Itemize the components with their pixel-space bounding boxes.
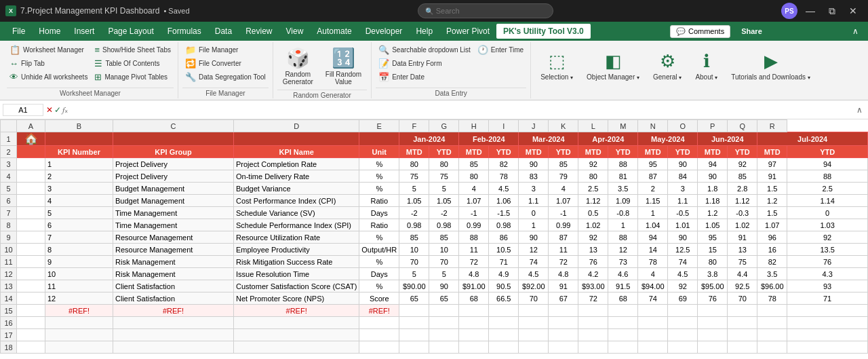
cell-15-1[interactable]: #REF! <box>45 305 113 317</box>
show-hide-sheets-button[interactable]: ≡ Show/Hide Sheet Tabs <box>92 43 174 56</box>
cell-12-2[interactable]: Risk Management <box>113 268 234 280</box>
cell-4-12[interactable]: 81 <box>608 170 638 183</box>
cell-4-5[interactable]: 75 <box>399 170 429 183</box>
cell-16-18[interactable] <box>787 317 868 329</box>
cell-11-14[interactable]: 74 <box>668 256 698 268</box>
cell-4-8[interactable]: 78 <box>489 170 519 183</box>
cell-12-11[interactable]: 4.2 <box>578 268 608 280</box>
cell-9-15[interactable]: 95 <box>698 231 728 244</box>
cell-8-3[interactable]: Schedule Performance Index (SPI) <box>234 219 359 231</box>
cell-11-2[interactable]: Risk Management <box>113 256 234 268</box>
cell-18-11[interactable] <box>578 341 608 354</box>
cell-16-7[interactable] <box>459 317 489 329</box>
cell-14-12[interactable]: 68 <box>608 292 638 305</box>
cell-2-10[interactable]: YTD <box>549 146 578 158</box>
cell-13-9[interactable]: $92.00 <box>519 280 549 292</box>
cell-13-17[interactable]: $96.00 <box>757 280 787 292</box>
cell-7-17[interactable]: 1.5 <box>757 207 787 219</box>
tab-help[interactable]: Help <box>409 24 439 39</box>
cell-7-8[interactable]: -1.5 <box>489 207 519 219</box>
cell-18-15[interactable] <box>698 341 728 354</box>
insert-function-icon[interactable]: 𝑓ₓ <box>62 105 68 115</box>
cell-15-16[interactable] <box>728 305 757 317</box>
cell-7-2[interactable]: Time Management <box>113 207 234 219</box>
tab-home[interactable]: Home <box>32 24 67 39</box>
cell-4-13[interactable]: 87 <box>638 170 668 183</box>
cell-14-10[interactable]: 67 <box>549 292 578 305</box>
cell-12-9[interactable]: 4.5 <box>519 268 549 280</box>
cell-15-9[interactable] <box>519 305 549 317</box>
tab-file[interactable]: File <box>5 24 32 39</box>
cell-7-16[interactable]: -0.3 <box>728 207 757 219</box>
search-box[interactable]: 🔍 <box>418 3 553 18</box>
cell-6-18[interactable]: 1.14 <box>787 195 868 207</box>
cell-5-18[interactable]: 2.5 <box>787 183 868 195</box>
cell-3-2[interactable]: Project Delivery <box>113 158 234 170</box>
cell-10-3[interactable]: Employee Productivity <box>234 244 359 256</box>
cell-10-18[interactable]: 13.5 <box>787 244 868 256</box>
cell-10-10[interactable]: 11 <box>549 244 578 256</box>
cell-7-7[interactable]: -1 <box>459 207 489 219</box>
cell-14-2[interactable]: Client Satisfaction <box>113 292 234 305</box>
cell-5-8[interactable]: 4.5 <box>489 183 519 195</box>
cell-5-12[interactable]: 3.5 <box>608 183 638 195</box>
cell-6-10[interactable]: 1.07 <box>549 195 578 207</box>
cell-8-13[interactable]: 1.04 <box>638 219 668 231</box>
cell-10-11[interactable]: 13 <box>578 244 608 256</box>
cell-16-2[interactable] <box>113 317 234 329</box>
cell-8-5[interactable]: 0.98 <box>399 219 429 231</box>
cell-6-8[interactable]: 1.06 <box>489 195 519 207</box>
cell-16-9[interactable] <box>519 317 549 329</box>
cell-13-7[interactable]: $91.00 <box>459 280 489 292</box>
cell-11-15[interactable]: 80 <box>698 256 728 268</box>
cell-10-0[interactable] <box>17 244 45 256</box>
cell-7-3[interactable]: Schedule Variance (SV) <box>234 207 359 219</box>
flip-tab-button[interactable]: ↔ Flip Tab <box>7 57 90 70</box>
cell-16-5[interactable] <box>399 317 429 329</box>
cell-16-10[interactable] <box>549 317 578 329</box>
cell-1-7[interactable]: Feb-2024 <box>459 132 519 146</box>
cell-10-5[interactable]: 10 <box>399 244 429 256</box>
cell-10-12[interactable]: 12 <box>608 244 638 256</box>
cell-7-12[interactable]: -0.8 <box>608 207 638 219</box>
cell-17-6[interactable] <box>429 329 459 341</box>
cell-16-4[interactable] <box>359 317 399 329</box>
cell-15-13[interactable] <box>638 305 668 317</box>
col-q-header[interactable]: Q <box>728 120 757 132</box>
cell-6-15[interactable]: 1.18 <box>698 195 728 207</box>
row-header-16[interactable]: 16 <box>1 317 17 329</box>
cell-16-17[interactable] <box>757 317 787 329</box>
cell-14-15[interactable]: 76 <box>698 292 728 305</box>
col-o-header[interactable]: O <box>668 120 698 132</box>
cell-13-0[interactable] <box>17 280 45 292</box>
cell-8-15[interactable]: 1.05 <box>698 219 728 231</box>
cell-1-0[interactable]: 🏠 <box>17 132 45 146</box>
row-header-11[interactable]: 11 <box>1 256 17 268</box>
cell-6-13[interactable]: 1.15 <box>638 195 668 207</box>
cell-1-13[interactable]: May-2024 <box>638 132 698 146</box>
cell-15-8[interactable] <box>489 305 519 317</box>
cell-5-10[interactable]: 4 <box>549 183 578 195</box>
cell-9-16[interactable]: 91 <box>728 231 757 244</box>
cell-13-6[interactable]: 90 <box>429 280 459 292</box>
file-manager-button[interactable]: 📁 File Manager <box>182 43 269 56</box>
cell-2-4[interactable]: Unit <box>359 146 399 158</box>
file-converter-button[interactable]: 🔁 File Converter <box>182 57 269 70</box>
cell-18-17[interactable] <box>757 341 787 354</box>
cell-17-3[interactable] <box>234 329 359 341</box>
cell-16-15[interactable] <box>698 317 728 329</box>
cell-11-9[interactable]: 74 <box>519 256 549 268</box>
cell-6-16[interactable]: 1.12 <box>728 195 757 207</box>
cell-14-3[interactable]: Net Promoter Score (NPS) <box>234 292 359 305</box>
cell-12-8[interactable]: 4.9 <box>489 268 519 280</box>
unhide-all-button[interactable]: 👁 Unhide All worksheets <box>7 71 90 83</box>
cell-1-2[interactable] <box>113 132 234 146</box>
cell-8-17[interactable]: 1.07 <box>757 219 787 231</box>
col-i-header[interactable]: I <box>489 120 519 132</box>
cell-8-11[interactable]: 1.02 <box>578 219 608 231</box>
row-header-6[interactable]: 6 <box>1 195 17 207</box>
cell-2-7[interactable]: MTD <box>459 146 489 158</box>
row-header-15[interactable]: 15 <box>1 305 17 317</box>
cell-4-6[interactable]: 75 <box>429 170 459 183</box>
cell-11-17[interactable]: 82 <box>757 256 787 268</box>
